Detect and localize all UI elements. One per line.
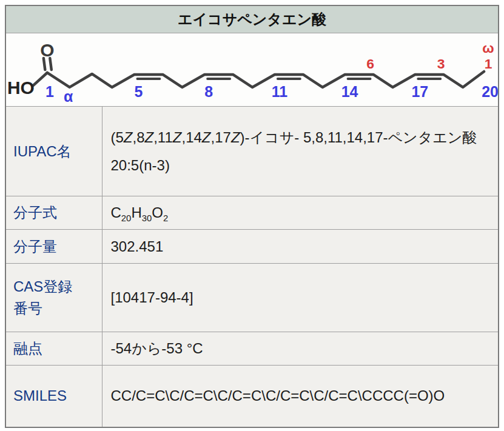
- row-value-iupac: (5Z,8Z,11Z,14Z,17Z)-イコサ- 5,8,11,14,17-ペン…: [102, 107, 499, 196]
- page: エイコサペンタエン酸: [0, 0, 504, 431]
- table-row-formula: 分子式 C20H30O2: [5, 196, 499, 230]
- label-omega1: 1: [485, 56, 492, 72]
- skeletal-formula-image[interactable]: HO O 1 α 5 8 11 14 17 20 6 3: [6, 34, 498, 106]
- label-c1: 1: [45, 82, 54, 99]
- table-row-smiles: SMILES CC/C=C\C/C=C\C/C=C\C/C=C\C/C=C\CC…: [5, 366, 499, 427]
- iupac-name-text: (5Z,8Z,11Z,14Z,17Z)-イコサ- 5,8,11,14,17-ペン…: [111, 127, 490, 149]
- structure-image-cell[interactable]: HO O 1 α 5 8 11 14 17 20 6 3: [5, 33, 499, 107]
- row-value-cas: [10417-94-4]: [102, 264, 499, 332]
- o-atom-label: O: [40, 40, 54, 60]
- omega-number-labels: 6 3 1 ω: [366, 40, 494, 72]
- label-c11: 11: [272, 82, 287, 99]
- row-value-formula: C20H30O2: [102, 196, 499, 230]
- row-label-cas-link[interactable]: CAS登録番号: [5, 264, 102, 332]
- label-c5: 5: [135, 82, 143, 99]
- table-row-cas: CAS登録番号 [10417-94-4]: [5, 264, 499, 332]
- table-row-melting-point: 融点 -54から-53 °C: [5, 332, 499, 366]
- lipid-number-text: 20:5(n-3): [111, 155, 490, 176]
- ho-atom-label: HO: [7, 77, 35, 97]
- label-c8: 8: [204, 82, 213, 99]
- table-row-iupac: IUPAC名 (5Z,8Z,11Z,14Z,17Z)-イコサ- 5,8,11,1…: [5, 107, 499, 196]
- row-label-iupac-link[interactable]: IUPAC名: [5, 107, 102, 196]
- row-value-mass: 302.451: [102, 230, 499, 264]
- label-omega: ω: [482, 40, 494, 56]
- row-value-melting-point: -54から-53 °C: [102, 332, 499, 366]
- row-label-formula-link[interactable]: 分子式: [5, 196, 102, 230]
- label-c17: 17: [411, 82, 428, 99]
- label-c14: 14: [341, 82, 358, 99]
- row-label-smiles-link[interactable]: SMILES: [5, 366, 102, 427]
- label-omega6: 6: [366, 56, 374, 72]
- row-value-smiles: CC/C=C\C/C=C\C/C=C\C/C=C\C/C=C\CCCC(=O)O: [102, 366, 499, 427]
- compound-title: エイコサペンタエン酸: [5, 5, 499, 33]
- header-row: エイコサペンタエン酸: [5, 5, 499, 33]
- label-alpha: α: [64, 87, 73, 104]
- label-omega3: 3: [437, 56, 445, 72]
- row-label-mass-link[interactable]: 分子量: [5, 230, 102, 264]
- chembox-table: エイコサペンタエン酸: [5, 5, 499, 428]
- table-row-mass: 分子量 302.451: [5, 230, 499, 264]
- label-c20: 20: [482, 82, 498, 99]
- row-label-melting-point-link[interactable]: 融点: [5, 332, 102, 366]
- structure-row: HO O 1 α 5 8 11 14 17 20 6 3: [5, 33, 499, 107]
